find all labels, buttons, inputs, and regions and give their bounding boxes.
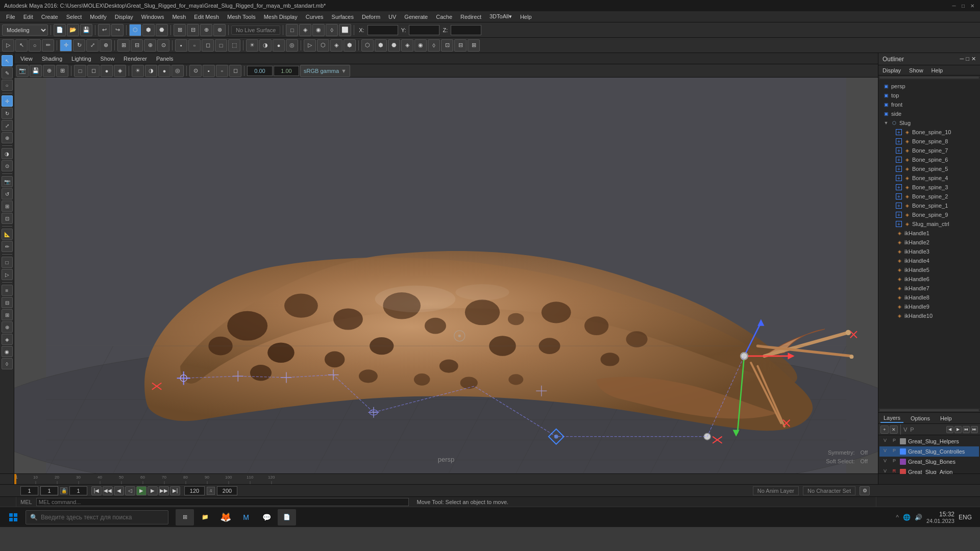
menu-select[interactable]: Select (62, 13, 86, 21)
light-btn4[interactable]: ◎ (286, 39, 298, 52)
menu-3dtoall[interactable]: 3DToAll▾ (485, 12, 516, 21)
menu-windows[interactable]: Windows (137, 13, 168, 21)
next-frame-btn[interactable]: ▶ (148, 486, 158, 495)
vp-shadow-btn[interactable]: ◎ (172, 65, 184, 77)
play-btn[interactable]: ▶ (136, 486, 146, 495)
vp-wireframe-btn[interactable]: □ (74, 65, 86, 77)
open-scene-btn[interactable]: 📂 (67, 24, 79, 36)
tool-universal[interactable]: ⊕ (100, 39, 112, 52)
menu-help[interactable]: Help (516, 13, 536, 21)
vp-light1-btn[interactable]: ☀ (132, 65, 144, 77)
menu-surfaces[interactable]: Surfaces (328, 13, 358, 21)
tree-item-slug-ctrl[interactable]: + ◈ Slug_main_ctrl (878, 219, 980, 229)
vp-value1-input[interactable] (247, 66, 273, 76)
undo-btn[interactable]: ↩ (98, 24, 110, 36)
tree-item-bone8[interactable]: + ◈ Bone_spine_8 (878, 137, 980, 146)
search-bar[interactable]: 🔍 Введите здесь текст для поиска (26, 510, 168, 524)
lasso-tool-btn[interactable]: ⬢ (142, 24, 155, 36)
mel-input[interactable] (36, 498, 409, 506)
anim-sound-btn[interactable]: ♫ (207, 487, 215, 495)
outliner-menu-display[interactable]: Display (880, 66, 903, 74)
sel-mode5[interactable]: ◉ (414, 39, 427, 52)
frame-display-input[interactable] (69, 486, 87, 495)
minimize-button[interactable]: ─ (950, 2, 958, 9)
layer-vis-v2[interactable]: V (881, 448, 889, 455)
tumble-tool[interactable]: ↺ (2, 188, 13, 199)
display-opts-btn4[interactable]: ◈ (2, 334, 13, 345)
display-btn4[interactable]: □ (215, 39, 227, 52)
tree-item-top[interactable]: ▣ top (878, 91, 980, 100)
tree-item-bone6[interactable]: + ◈ Bone_spine_6 (878, 155, 980, 164)
vp-texture-btn[interactable]: ◈ (114, 65, 126, 77)
layer-nav-prev-btn[interactable]: ◀ (946, 426, 953, 433)
menu-create[interactable]: Create (37, 13, 62, 21)
tree-item-ik6[interactable]: ◈ ikHandle6 (878, 274, 980, 284)
vp-light2-btn[interactable]: ◑ (145, 65, 157, 77)
vp-light3-btn[interactable]: ● (158, 65, 170, 77)
vp-grid-btn[interactable]: ⊞ (56, 65, 68, 77)
delete-layer-btn[interactable]: ✕ (890, 425, 898, 434)
sel-mode7[interactable]: ⊡ (441, 39, 453, 52)
x-input[interactable] (368, 25, 398, 35)
poly-btn1[interactable]: □ (286, 24, 298, 36)
tool-move[interactable]: ✛ (60, 39, 72, 52)
viewport-menu-renderer[interactable]: Renderer (119, 55, 151, 63)
layer-vis-p2[interactable]: P (891, 448, 898, 455)
tree-item-ik3[interactable]: ◈ ikHandle3 (878, 247, 980, 256)
tree-item-bone3[interactable]: + ◈ Bone_spine_3 (878, 183, 980, 192)
menu-mesh[interactable]: Mesh (168, 13, 190, 21)
sel-mode9[interactable]: ⊞ (468, 39, 480, 52)
select-tool-btn[interactable]: ⬡ (129, 24, 141, 36)
menu-file[interactable]: File (2, 13, 19, 21)
save-scene-btn[interactable]: 💾 (80, 24, 92, 36)
layer-tab-options[interactable]: Options (908, 414, 933, 422)
menu-edit-mesh[interactable]: Edit Mesh (190, 13, 223, 21)
close-button[interactable]: ✕ (969, 2, 976, 9)
sel-mode4[interactable]: ◈ (401, 39, 413, 52)
goto-end-btn[interactable]: ▶| (170, 486, 180, 495)
tree-item-bone2[interactable]: + ◈ Bone_spine_2 (878, 192, 980, 201)
display-opts-btn3[interactable]: ⊕ (2, 321, 13, 333)
menu-mesh-tools[interactable]: Mesh Tools (223, 13, 259, 21)
vp-camera-btn[interactable]: 📷 (16, 65, 29, 77)
menu-redirect[interactable]: Redirect (456, 13, 485, 21)
outliner-close-btn[interactable]: ✕ (971, 56, 976, 62)
tool-paint[interactable]: ✏ (42, 39, 54, 52)
display-opts-btn6[interactable]: ◊ (2, 358, 13, 369)
poly-btn5[interactable]: ⬜ (339, 24, 351, 36)
light-btn2[interactable]: ◑ (259, 39, 272, 52)
range-start-input[interactable] (20, 486, 38, 495)
move-tool[interactable]: ✛ (2, 95, 13, 107)
viewport-menu-panels[interactable]: Panels (152, 55, 178, 63)
render-btn4[interactable]: ⬢ (344, 39, 356, 52)
poly-btn4[interactable]: ◊ (326, 24, 338, 36)
snap-point-btn[interactable]: ⊕ (200, 24, 212, 36)
clock[interactable]: 15:32 24.01.2023 (926, 511, 954, 524)
display-btn3[interactable]: ◻ (202, 39, 214, 52)
layer-nav-next-btn[interactable]: ▶ (954, 426, 962, 433)
menu-display[interactable]: Display (111, 13, 137, 21)
tree-item-ik10[interactable]: ◈ ikHandle10 (878, 311, 980, 320)
tree-item-slug[interactable]: ▼ ⬡ Slug (878, 118, 980, 128)
menu-modify[interactable]: Modify (86, 13, 110, 21)
viewport[interactable]: ⊕ persp Symmetry: Off Soft Select: Off (14, 78, 878, 473)
ipr-tool[interactable]: ▷ (2, 269, 13, 280)
layer-vis-v3[interactable]: V (881, 458, 889, 465)
max-time-input[interactable] (217, 486, 237, 495)
layer-nav-first-btn[interactable]: ⏮ (963, 426, 970, 433)
show-manip-tool[interactable]: ⊙ (2, 160, 13, 171)
display-layer-btn[interactable]: ≡ (2, 285, 13, 296)
tree-item-bone10[interactable]: + ◈ Bone_spine_10 (878, 128, 980, 137)
tool-select[interactable]: ↖ (15, 39, 28, 52)
snap-grid2[interactable]: ⊞ (117, 39, 130, 52)
goto-start-btn[interactable]: |◀ (91, 486, 102, 495)
lasso-tool[interactable]: ○ (2, 80, 13, 91)
tree-item-ik7[interactable]: ◈ ikHandle7 (878, 284, 980, 293)
frame-lock-btn[interactable]: 🔒 (60, 487, 67, 494)
tree-item-bone5[interactable]: + ◈ Bone_spine_5 (878, 164, 980, 173)
render-btn3[interactable]: ◈ (330, 39, 342, 52)
scale-tool[interactable]: ⤢ (2, 120, 13, 131)
taskbar-files-btn[interactable]: 📄 (278, 509, 296, 525)
camera-tool[interactable]: 📷 (2, 176, 13, 187)
snap-curve-btn[interactable]: ⊟ (187, 24, 199, 36)
